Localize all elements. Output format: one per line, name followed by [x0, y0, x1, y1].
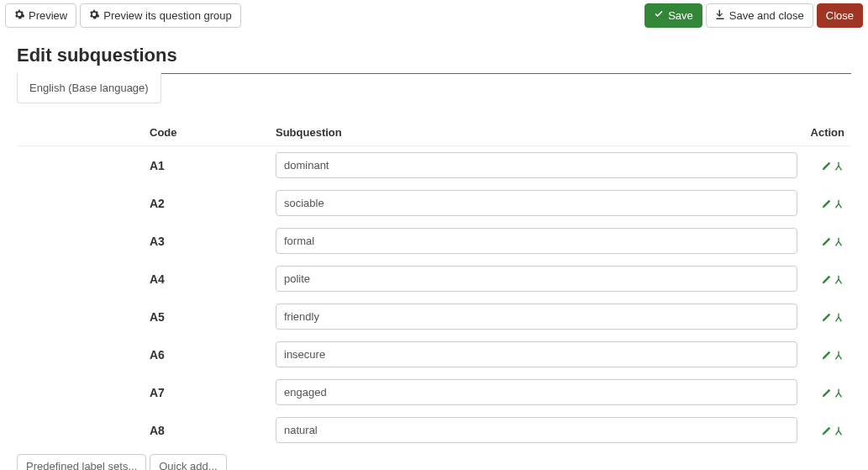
tab-label: English (Base language) [29, 82, 149, 94]
pencil-icon[interactable] [820, 274, 832, 286]
pencil-icon[interactable] [820, 350, 832, 362]
quick-add-button[interactable]: Quick add... [150, 454, 226, 470]
predefined-label-sets-button[interactable]: Predefined label sets... [17, 454, 146, 470]
subquestion-input[interactable] [276, 228, 797, 254]
action-cell [804, 146, 851, 185]
subquestion-table-wrap: Code Subquestion Action A1A2A3A4A5A6A7A8… [17, 119, 851, 470]
action-cell [804, 298, 851, 335]
table-row: A2 [17, 184, 851, 222]
toolbar: Preview Preview its question group Save … [0, 0, 868, 31]
branch-icon[interactable] [833, 161, 844, 172]
subquestion-input[interactable] [276, 304, 797, 330]
code-cell: A3 [17, 222, 269, 260]
subquestion-cell [269, 335, 804, 373]
table-row: A1 [17, 146, 851, 185]
subquestion-input[interactable] [276, 341, 797, 367]
branch-icon[interactable] [833, 425, 844, 437]
toolbar-left: Preview Preview its question group [5, 3, 241, 28]
action-cell [804, 260, 851, 298]
table-row: A6 [17, 335, 851, 373]
tab-english[interactable]: English (Base language) [17, 72, 161, 103]
branch-icon[interactable] [833, 198, 844, 210]
pencil-icon[interactable] [820, 161, 832, 172]
code-cell: A4 [17, 260, 269, 298]
action-cell [804, 373, 851, 411]
subquestion-input[interactable] [276, 266, 797, 292]
branch-icon[interactable] [833, 350, 844, 362]
download-icon [715, 9, 725, 22]
code-cell: A6 [17, 335, 269, 373]
subquestion-cell [269, 298, 804, 335]
branch-icon[interactable] [833, 274, 844, 286]
preview-group-label: Preview its question group [103, 9, 231, 22]
subquestion-cell [269, 260, 804, 298]
branch-icon[interactable] [833, 312, 844, 324]
pencil-icon[interactable] [820, 425, 832, 437]
page-title: Edit subquestions [17, 40, 851, 74]
gear-icon [14, 9, 24, 22]
check-icon [654, 9, 664, 22]
close-button[interactable]: Close [817, 3, 863, 28]
tabs: English (Base language) [17, 73, 851, 104]
content: Edit subquestions English (Base language… [0, 31, 868, 470]
action-cell [804, 184, 851, 222]
header-action: Action [804, 119, 851, 146]
branch-icon[interactable] [833, 388, 844, 399]
table-row: A7 [17, 373, 851, 411]
subquestion-input[interactable] [276, 417, 797, 443]
action-cell [804, 335, 851, 373]
preview-label: Preview [29, 9, 67, 22]
table-row: A3 [17, 222, 851, 260]
subquestion-input[interactable] [276, 190, 797, 216]
header-code: Code [17, 119, 269, 146]
predefined-label: Predefined label sets... [26, 460, 137, 470]
pencil-icon[interactable] [820, 198, 832, 210]
action-cell [804, 222, 851, 260]
footer-buttons: Predefined label sets... Quick add... [17, 454, 851, 470]
gear-icon [89, 9, 99, 22]
subquestion-cell [269, 184, 804, 222]
code-cell: A7 [17, 373, 269, 411]
branch-icon[interactable] [833, 236, 844, 248]
code-cell: A2 [17, 184, 269, 222]
save-label: Save [668, 9, 693, 22]
table-row: A4 [17, 260, 851, 298]
toolbar-right: Save Save and close Close [644, 3, 863, 28]
subquestion-input[interactable] [276, 152, 797, 178]
code-cell: A8 [17, 411, 269, 449]
subquestion-table: Code Subquestion Action A1A2A3A4A5A6A7A8 [17, 119, 851, 449]
subquestion-cell [269, 146, 804, 185]
preview-button[interactable]: Preview [5, 3, 76, 28]
close-label: Close [826, 9, 854, 22]
table-row: A8 [17, 411, 851, 449]
table-row: A5 [17, 298, 851, 335]
code-cell: A5 [17, 298, 269, 335]
save-button[interactable]: Save [644, 3, 702, 28]
pencil-icon[interactable] [820, 236, 832, 248]
header-subquestion: Subquestion [269, 119, 804, 146]
subquestion-input[interactable] [276, 379, 797, 405]
pencil-icon[interactable] [820, 388, 832, 399]
save-close-button[interactable]: Save and close [706, 3, 813, 28]
code-cell: A1 [17, 146, 269, 185]
quick-add-label: Quick add... [159, 460, 217, 470]
subquestion-cell [269, 411, 804, 449]
preview-group-button[interactable]: Preview its question group [80, 3, 240, 28]
action-cell [804, 411, 851, 449]
subquestion-cell [269, 222, 804, 260]
pencil-icon[interactable] [820, 312, 832, 324]
save-close-label: Save and close [729, 9, 804, 22]
subquestion-cell [269, 373, 804, 411]
